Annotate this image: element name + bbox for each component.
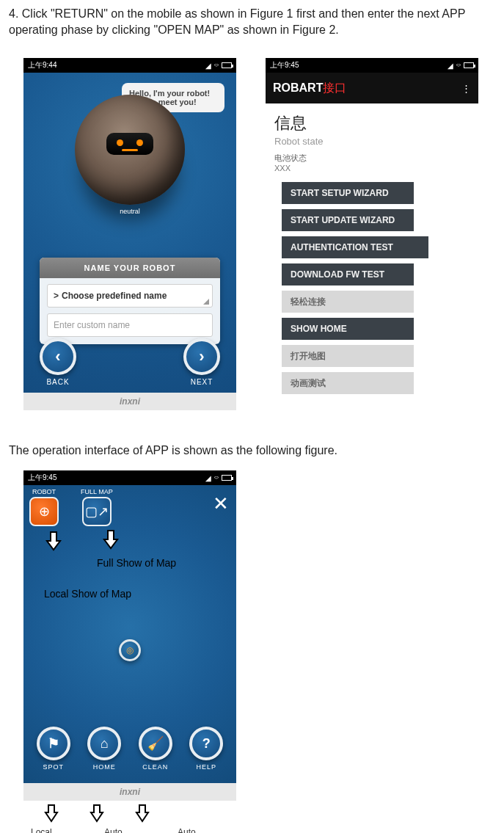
name-card: NAME YOUR ROBOT > Choose predefined name… <box>40 258 220 344</box>
robot-position-icon: ◎ <box>119 639 141 661</box>
menu-button-1[interactable]: START UPDATE WIZARD <box>282 209 414 231</box>
xxx-label: XXX <box>274 164 478 172</box>
battery-icon <box>222 62 232 68</box>
fig2-time: 上午9:45 <box>270 60 299 70</box>
bottom-arrow-row <box>44 804 495 823</box>
external-icon: ▢↗ <box>85 503 109 520</box>
figure-3: 上午9:45 ◢ ⌔ ROBOT ⊕ FULL MAP ▢↗ <box>23 470 495 833</box>
button-list: START SETUP WIZARDSTART UPDATE WIZARDAUT… <box>282 177 478 394</box>
overflow-menu-icon[interactable]: ⋮ <box>461 83 471 94</box>
next-label: NEXT <box>191 378 213 386</box>
home-button[interactable]: ⌂ <box>87 727 121 760</box>
back-button[interactable]: ‹ <box>40 338 76 375</box>
menu-button-0[interactable]: START SETUP WIZARD <box>282 182 414 204</box>
back-label: BACK <box>46 378 69 386</box>
battery-icon <box>464 62 474 68</box>
signal-icon: ◢ <box>448 62 453 70</box>
menu-button-4[interactable]: 轻松连接 <box>282 291 414 313</box>
key-legend-row: Local Cleaning key Auto Recharge key Aut… <box>31 827 495 833</box>
overlay-local-map-label: Local Show of Map <box>44 588 131 600</box>
figure-row-top: 上午9:44 ◢ ⌔ Hello, I'm your robot! Nice t… <box>23 58 495 425</box>
instruction-text: 4. Click "RETURN" on the mobile as shown… <box>9 6 495 37</box>
flag-icon: ⚑ <box>48 735 59 752</box>
robot-avatar: neutral <box>75 95 185 205</box>
fig3-phone: 上午9:45 ◢ ⌔ ROBOT ⊕ FULL MAP ▢↗ <box>23 470 236 801</box>
menu-button-7[interactable]: 动画测试 <box>282 372 414 394</box>
app-title-en: ROBART <box>273 81 323 95</box>
help-button[interactable]: ? <box>189 727 223 760</box>
tab-fullmap-button[interactable]: ▢↗ <box>82 497 112 526</box>
app-bar: ROBART接口 ⋮ <box>266 73 478 103</box>
arrow-down-icon <box>103 529 119 554</box>
clean-button[interactable]: 🧹 <box>139 727 172 760</box>
resize-corner-icon <box>203 299 209 305</box>
battery-icon <box>222 475 232 481</box>
figure-2: 上午9:45 ◢ ⌔ ROBART接口 ⋮ 信息 Robot state 电池状… <box>266 58 478 425</box>
mid-caption: The operation interface of APP is shown … <box>9 444 495 457</box>
fig3-statusbar: 上午9:45 ◢ ⌔ <box>23 470 236 485</box>
fig2-phone: 上午9:45 ◢ ⌔ ROBART接口 ⋮ 信息 Robot state 电池状… <box>266 58 478 425</box>
tab-robot-button[interactable]: ⊕ <box>29 497 59 526</box>
key-local-cleaning: Local Cleaning key <box>31 827 82 833</box>
arrow-down-icon <box>90 804 104 823</box>
fig1-time: 上午9:44 <box>28 60 56 70</box>
home-label: HOME <box>93 763 116 771</box>
wifi-icon: ⌔ <box>214 474 219 482</box>
robot-mood-label: neutral <box>120 208 140 215</box>
arrow-down-icon <box>45 531 62 556</box>
name-card-title: NAME YOUR ROBOT <box>40 258 220 278</box>
predefined-name-dropdown[interactable]: > Choose predefined name <box>47 284 213 308</box>
signal-icon: ◢ <box>205 62 211 70</box>
tab-robot-label: ROBOT <box>32 488 56 495</box>
tab-fullmap-label: FULL MAP <box>81 488 113 495</box>
menu-button-5[interactable]: SHOW HOME <box>282 318 414 340</box>
fig2-statusbar: 上午9:45 ◢ ⌔ <box>266 58 478 73</box>
broom-icon: 🧹 <box>147 735 164 752</box>
brand-bar: inxni <box>23 393 236 410</box>
figure-1: 上午9:44 ◢ ⌔ Hello, I'm your robot! Nice t… <box>23 58 236 425</box>
signal-icon: ◢ <box>205 474 211 482</box>
question-icon: ? <box>202 736 211 752</box>
menu-button-3[interactable]: DOWNLOAD FW TEST <box>282 263 414 285</box>
clean-label: CLEAN <box>142 763 168 771</box>
app-title-cn: 接口 <box>323 81 346 96</box>
menu-button-2[interactable]: AUTHENTICATION TEST <box>282 236 428 258</box>
spot-button[interactable]: ⚑ <box>37 727 70 760</box>
fig1-statusbar: 上午9:44 ◢ ⌔ <box>23 58 236 73</box>
wifi-icon: ⌔ <box>214 62 219 70</box>
menu-button-6[interactable]: 打开地图 <box>282 345 414 367</box>
arrow-down-icon <box>135 804 150 823</box>
wifi-icon: ⌔ <box>456 62 461 70</box>
home-icon: ⌂ <box>101 736 109 752</box>
key-auto-recharge: Auto Recharge key <box>104 827 156 833</box>
brand-bar: inxni <box>23 783 236 801</box>
next-button[interactable]: › <box>183 338 220 375</box>
fig1-phone: 上午9:44 ◢ ⌔ Hello, I'm your robot! Nice t… <box>23 58 236 410</box>
locate-icon: ⊕ <box>39 503 50 520</box>
overlay-full-map-label: Full Show of Map <box>97 557 176 569</box>
close-button[interactable]: ✕ <box>211 488 230 520</box>
info-heading: 信息 <box>274 112 478 134</box>
key-auto-cleaning: Auto Cleaning key <box>178 827 229 833</box>
spot-label: SPOT <box>43 763 64 771</box>
chevron-right-icon: > <box>54 291 59 301</box>
arrow-down-icon <box>44 804 59 823</box>
fig3-time: 上午9:45 <box>28 473 56 483</box>
robot-state-label: Robot state <box>274 136 478 147</box>
battery-state-label: 电池状态 <box>274 153 478 164</box>
help-label: HELP <box>196 763 216 771</box>
